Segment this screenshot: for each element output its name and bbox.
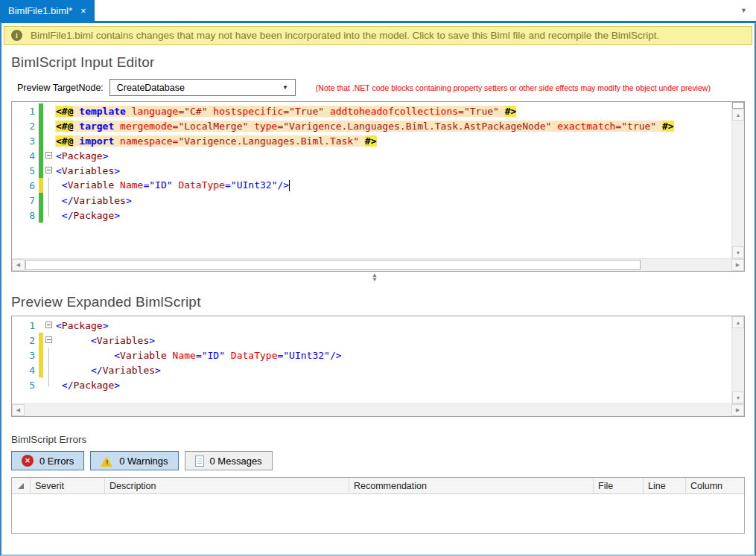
code-line[interactable]: 4<Package> [12,148,731,163]
xml-code-text[interactable]: </Variables> [55,365,161,376]
xml-code-text[interactable]: </Variables> [55,195,132,206]
code-line[interactable]: 3<#@ import namespace="Varigence.Languag… [12,133,731,148]
code-token-el: Package [62,320,103,331]
tab-close-icon[interactable]: × [80,6,86,16]
splitter-grip-icon[interactable]: ▲▼ [372,273,378,282]
editor-splitter-box[interactable] [732,102,744,109]
fold-guide-end [48,208,49,217]
fold-margin[interactable] [43,148,55,163]
code-line[interactable]: 1<Package> [12,318,731,333]
scroll-down-icon[interactable]: ▼ [732,246,744,258]
messages-filter-button[interactable]: 0 Messages [185,451,273,470]
code-line[interactable]: 4 </Variables> [12,362,731,377]
code-token-hash: <#@ [56,135,73,147]
code-token-xv: ="UInt32" [277,350,329,361]
pane-splitter[interactable]: ▲▼ [1,272,755,284]
errors-filter-button[interactable]: ✕ 0 Errors [11,451,84,470]
code-line[interactable]: 8 </Package> [12,208,731,223]
input-code-lines[interactable]: 1<#@ template language="C#" hostspecific… [12,102,731,258]
xml-code-text[interactable]: <Variable Name="ID" DataType="UInt32"/> [55,350,342,361]
scroll-right-icon[interactable]: ▶ [731,404,744,416]
collapse-icon[interactable] [45,152,52,159]
input-code-editor[interactable]: 1<#@ template language="C#" hostspecific… [11,101,745,272]
preview-editor-vertical-scrollbar[interactable]: ▲ ▼ [731,316,744,403]
code-token-d: > [155,365,161,376]
recompile-warning-banner[interactable]: i BimlFile1.biml contains changes that m… [4,26,752,45]
code-token-dval: ="LocalMerge" [173,121,249,132]
collapse-icon[interactable] [45,336,52,343]
preview-code-lines[interactable]: 1<Package>2 <Variables>3 <Variable Name=… [12,316,731,403]
xml-code-text[interactable]: <Package> [55,320,108,331]
input-editor-vertical-scrollbar[interactable]: ▲ ▼ [731,102,744,258]
fold-guide-end [48,377,49,386]
code-token-attr: namespace [114,135,172,147]
column-header-severity[interactable]: Severit [31,478,105,493]
collapse-icon[interactable] [45,322,52,328]
code-line[interactable]: 2<#@ target mergemode="LocalMerge" type=… [12,118,731,133]
code-line[interactable]: 2 <Variables> [12,333,731,348]
document-tab-bar: BimlFile1.biml* × ▼ [0,0,756,21]
directive-code-text[interactable]: <#@ template language="C#" hostspecific=… [55,106,516,117]
xml-code-text[interactable]: <Variables> [55,335,155,346]
column-header-line[interactable]: Line [644,478,686,493]
code-token-xv: ="ID" [196,350,225,361]
tab-bimlfile1[interactable]: BimlFile1.biml* × [0,0,95,21]
document-well-dropdown-icon[interactable]: ▼ [740,7,747,14]
xml-code-text[interactable]: </Package> [55,210,120,221]
directive-code-text[interactable]: <#@ target mergemode="LocalMerge" type="… [55,121,674,132]
chevron-down-icon: ▼ [282,84,288,91]
directive-code-text[interactable]: <#@ import namespace="Varigence.Language… [55,135,377,147]
input-editor-heading: BimlScript Input Editor [11,54,755,71]
code-line[interactable]: 5<Variables> [12,163,731,178]
column-header-column[interactable]: Column [686,478,744,493]
code-token-kw: template [79,106,126,117]
code-line[interactable]: 6 <Variable Name="ID" DataType="UInt32"/… [12,178,731,193]
code-token-hash: <#@ [56,121,73,132]
errors-table-body[interactable] [12,494,744,533]
fold-margin [43,103,55,118]
preview-code-editor[interactable]: 1<Package>2 <Variables>3 <Variable Name=… [11,316,745,417]
xml-code-text[interactable]: <Variables> [55,165,120,176]
warnings-filter-button[interactable]: ! 0 Warnings [90,451,178,470]
target-node-row: Preview TargetNode: CreateDatabase ▼ (No… [17,79,755,96]
sort-column-header[interactable] [12,478,31,493]
scroll-down-icon[interactable]: ▼ [732,392,744,403]
fold-margin [43,208,55,223]
code-token-d: </ [62,210,74,221]
fold-margin [43,362,55,377]
line-number: 4 [12,365,39,376]
xml-code-text[interactable]: </Package> [55,380,120,391]
code-line[interactable]: 3 <Variable Name="ID" DataType="UInt32"/… [12,348,731,362]
fold-margin[interactable] [43,333,55,348]
line-number: 8 [12,210,39,221]
scroll-left-icon[interactable]: ◀ [12,259,25,271]
target-node-combobox[interactable]: CreateDatabase ▼ [109,79,296,96]
xml-code-text[interactable]: <Package> [55,150,108,162]
horizontal-scroll-track[interactable] [25,259,731,271]
fold-guide-line [48,178,49,193]
column-header-file[interactable]: File [594,478,644,493]
horizontal-scroll-thumb[interactable] [25,260,641,270]
column-header-description[interactable]: Description [105,478,349,493]
vertical-scroll-track[interactable] [732,328,744,392]
code-token-kw: import [79,135,114,147]
horizontal-scroll-track[interactable] [25,404,731,416]
column-header-recommendation[interactable]: Recommendation [349,478,594,493]
scroll-up-icon[interactable]: ▲ [732,316,744,328]
vertical-scroll-track[interactable] [732,121,744,246]
code-token-dval: ="C#" [178,106,207,117]
fold-margin[interactable] [43,318,55,333]
scroll-left-icon[interactable]: ◀ [12,404,25,416]
preview-editor-horizontal-scrollbar[interactable]: ◀ ▶ [12,403,744,416]
fold-margin[interactable] [43,163,55,178]
code-token-plain [56,365,91,376]
code-token-attr: hostspecific [208,106,284,117]
collapse-icon[interactable] [45,167,52,173]
code-line[interactable]: 5 </Package> [12,377,731,392]
xml-code-text[interactable]: <Variable Name="ID" DataType="UInt32"/> [55,179,290,191]
scroll-right-icon[interactable]: ▶ [731,259,744,271]
code-line[interactable]: 7 </Variables> [12,193,731,208]
scroll-up-icon[interactable]: ▲ [732,109,744,121]
input-editor-horizontal-scrollbar[interactable]: ◀ ▶ [12,258,744,271]
code-line[interactable]: 1<#@ template language="C#" hostspecific… [12,103,731,118]
